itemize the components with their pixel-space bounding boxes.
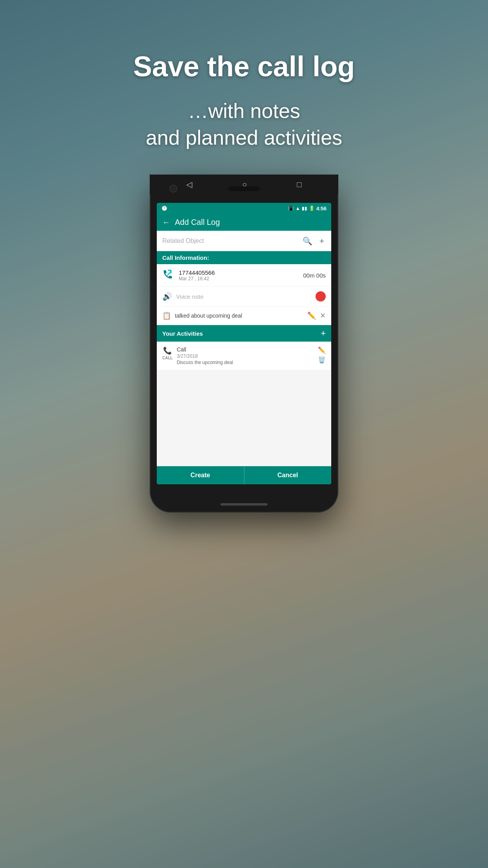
voice-note-left: 🔊 Voice note bbox=[162, 292, 204, 301]
your-activities-label: Your Activities bbox=[162, 330, 203, 337]
app-title: Add Call Log bbox=[175, 218, 220, 227]
cancel-button[interactable]: Cancel bbox=[244, 466, 332, 484]
subheadline: …with notes and planned activities bbox=[114, 98, 374, 151]
phone-home-bar bbox=[220, 503, 268, 506]
phone-screen: 🕐 📳 ▲ ▮▮ 🔋 4:56 ← Add Call Log bbox=[157, 203, 331, 484]
speaker bbox=[228, 186, 260, 191]
voice-note-placeholder: Voice note bbox=[176, 293, 204, 300]
call-details: 17744405566 Mar 27 , 16:42 bbox=[179, 269, 215, 281]
nav-bar: ◁ ○ □ bbox=[150, 175, 338, 194]
page-container: Save the call log …with notes and planne… bbox=[0, 0, 488, 868]
edit-icon[interactable]: ✏️ bbox=[307, 311, 316, 320]
phone-body: 🕐 📳 ▲ ▮▮ 🔋 4:56 ← Add Call Log bbox=[150, 175, 338, 513]
activity-details: Call 3/27/2018 Discuss the upcoming deal bbox=[177, 346, 233, 365]
wifi-icon: ▲ bbox=[295, 206, 300, 211]
voice-note-row[interactable]: 🔊 Voice note bbox=[157, 287, 331, 307]
note-row: 📋 talked about upcoming deal ✏️ ✕ bbox=[157, 307, 331, 325]
create-button[interactable]: Create bbox=[157, 466, 244, 484]
nav-back-button[interactable]: ◁ bbox=[186, 180, 192, 189]
activity-description: Discuss the upcoming deal bbox=[177, 360, 233, 365]
call-phone-icon bbox=[162, 269, 175, 281]
call-number: 17744405566 bbox=[179, 269, 215, 276]
activity-phone-icon: 📞 bbox=[163, 346, 172, 355]
related-object-bar[interactable]: Related Object 🔍 ＋ bbox=[157, 231, 331, 251]
time-display: 4:56 bbox=[316, 206, 327, 211]
status-icons: 📳 ▲ ▮▮ 🔋 4:56 bbox=[288, 206, 327, 211]
note-text: talked about upcoming deal bbox=[175, 313, 242, 319]
activity-left: 📞 CALL Call 3/27/2018 Discuss the upcomi… bbox=[162, 346, 233, 365]
call-information-header: Call Information: bbox=[157, 251, 331, 264]
nav-recent-button[interactable]: □ bbox=[297, 180, 301, 189]
vibrate-icon: 📳 bbox=[288, 206, 294, 211]
add-activity-button[interactable]: + bbox=[321, 328, 326, 338]
activity-edit-icon[interactable]: ✏️ bbox=[318, 346, 326, 354]
status-icon-clock: 🕐 bbox=[161, 206, 167, 211]
related-object-actions: 🔍 ＋ bbox=[303, 235, 326, 246]
content-spacer bbox=[157, 370, 331, 466]
call-duration: 00m 00s bbox=[303, 272, 326, 279]
headline: Save the call log bbox=[110, 51, 378, 82]
status-bar: 🕐 📳 ▲ ▮▮ 🔋 4:56 bbox=[157, 203, 331, 214]
activity-delete-icon[interactable]: 🗑️ bbox=[318, 356, 326, 364]
your-activities-header: Your Activities + bbox=[157, 325, 331, 342]
camera bbox=[169, 185, 177, 193]
activity-row: 📞 CALL Call 3/27/2018 Discuss the upcomi… bbox=[157, 342, 331, 370]
activity-call-icon: 📞 CALL bbox=[162, 346, 173, 360]
note-icon: 📋 bbox=[162, 311, 171, 320]
activity-actions: ✏️ 🗑️ bbox=[318, 346, 326, 364]
activity-type: Call bbox=[177, 346, 233, 353]
delete-icon[interactable]: ✕ bbox=[320, 311, 326, 320]
battery-icon: 🔋 bbox=[309, 206, 315, 211]
add-icon[interactable]: ＋ bbox=[318, 235, 326, 246]
call-info-row: 17744405566 Mar 27 , 16:42 00m 00s bbox=[157, 264, 331, 287]
record-button[interactable] bbox=[316, 291, 326, 302]
search-icon[interactable]: 🔍 bbox=[303, 236, 312, 246]
signal-icon: ▮▮ bbox=[302, 206, 307, 211]
bottom-buttons: Create Cancel bbox=[157, 466, 331, 484]
call-icon-area: 17744405566 Mar 27 , 16:42 bbox=[162, 269, 215, 281]
back-button[interactable]: ← bbox=[162, 218, 170, 227]
call-information-label: Call Information: bbox=[162, 254, 209, 261]
call-date: Mar 27 , 16:42 bbox=[179, 276, 215, 281]
note-left: 📋 talked about upcoming deal bbox=[162, 311, 242, 320]
microphone-icon: 🔊 bbox=[162, 292, 172, 301]
related-object-placeholder: Related Object bbox=[162, 237, 204, 245]
phone-device: 🕐 📳 ▲ ▮▮ 🔋 4:56 ← Add Call Log bbox=[150, 175, 338, 513]
activity-call-label: CALL bbox=[162, 356, 173, 360]
app-header: ← Add Call Log bbox=[157, 214, 331, 231]
activity-date: 3/27/2018 bbox=[177, 353, 233, 359]
note-actions: ✏️ ✕ bbox=[307, 311, 326, 320]
